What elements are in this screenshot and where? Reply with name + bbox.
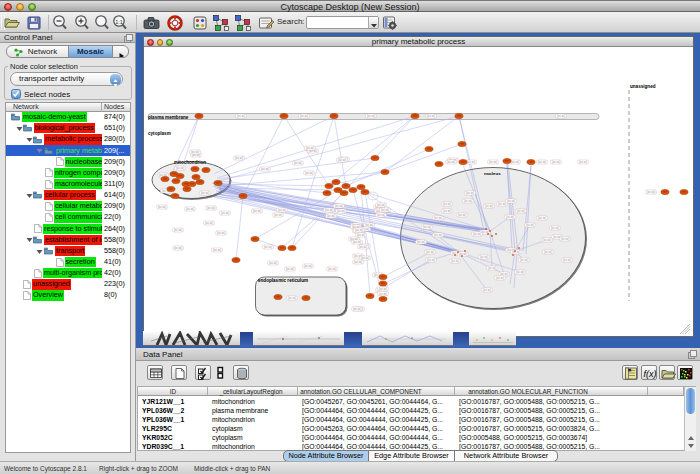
svg-text:(xx xx): (xx xx): [274, 213, 282, 217]
svg-text:(xx xx): (xx xx): [191, 150, 199, 154]
svg-text:(xx xx): (xx xx): [221, 211, 229, 215]
svg-text:(xx xx): (xx xx): [512, 250, 520, 254]
svg-text:(xx xx): (xx xx): [427, 258, 435, 262]
svg-text:(xx xx): (xx xx): [338, 158, 346, 162]
svg-text:mitochondrion: mitochondrion: [174, 160, 206, 165]
svg-text:(xx xx): (xx xx): [485, 204, 493, 208]
svg-text:(xx xx): (xx xx): [300, 114, 308, 118]
svg-text:(xx xx): (xx xx): [538, 160, 546, 164]
svg-text:(xx xx): (xx xx): [286, 267, 294, 271]
svg-text:(xx xx): (xx xx): [213, 248, 221, 252]
svg-text:(xx xx): (xx xx): [235, 156, 243, 160]
svg-text:(xx xx): (xx xx): [489, 160, 497, 164]
svg-text:(xx xx): (xx xx): [427, 114, 435, 118]
svg-text:nucleus: nucleus: [484, 171, 501, 176]
svg-text:(xx xx): (xx xx): [447, 160, 455, 164]
svg-text:(xx xx): (xx xx): [355, 228, 363, 232]
svg-text:(xx xx): (xx xx): [458, 213, 466, 217]
svg-text:(xx xx): (xx xx): [264, 245, 272, 249]
svg-text:(xx xx): (xx xx): [328, 267, 336, 271]
svg-text:(xx xx): (xx xx): [217, 231, 225, 235]
svg-text:(xx xx): (xx xx): [176, 166, 184, 170]
svg-text:(xx xx): (xx xx): [434, 233, 442, 237]
svg-text:(xx xx): (xx xx): [451, 259, 459, 263]
svg-text:(xx xx): (xx xx): [174, 228, 182, 232]
svg-text:(xx xx): (xx xx): [480, 255, 488, 259]
svg-text:(xx xx): (xx xx): [201, 191, 209, 195]
svg-text:(xx xx): (xx xx): [516, 270, 524, 274]
svg-text:(xx xx): (xx xx): [294, 161, 302, 165]
svg-text:(xx xx): (xx xx): [563, 258, 571, 262]
svg-text:(xx xx): (xx xx): [543, 238, 551, 242]
svg-text:(xx xx): (xx xx): [357, 233, 365, 237]
svg-text:(xx xx): (xx xx): [337, 209, 345, 213]
svg-text:(xx xx): (xx xx): [464, 199, 472, 203]
svg-text:(xx xx): (xx xx): [647, 190, 655, 194]
svg-text:(xx xx): (xx xx): [526, 223, 534, 227]
svg-text:(xx xx): (xx xx): [174, 246, 182, 250]
svg-text:(xx xx): (xx xx): [496, 276, 504, 280]
svg-text:cytoplasm: cytoplasm: [148, 131, 171, 136]
svg-text:(xx xx): (xx xx): [353, 307, 361, 311]
svg-text:(xx xx): (xx xx): [305, 171, 313, 175]
svg-text:(xx xx): (xx xx): [325, 208, 333, 212]
svg-text:(xx xx): (xx xx): [498, 202, 506, 206]
svg-text:(xx xx): (xx xx): [261, 167, 269, 171]
svg-text:(xx xx): (xx xx): [443, 209, 451, 213]
svg-text:(xx xx): (xx xx): [237, 114, 245, 118]
svg-text:(xx xx): (xx xx): [158, 205, 166, 209]
svg-text:(xx xx): (xx xx): [443, 202, 451, 206]
svg-text:(xx xx): (xx xx): [186, 207, 194, 211]
svg-text:(xx xx): (xx xx): [552, 160, 560, 164]
svg-text:(xx xx): (xx xx): [367, 114, 375, 118]
svg-text:(xx xx): (xx xx): [483, 288, 491, 292]
svg-text:(xx xx): (xx xx): [335, 204, 343, 208]
svg-text:(xx xx): (xx xx): [507, 199, 515, 203]
svg-text:(xx xx): (xx xx): [579, 160, 587, 164]
svg-text:(xx xx): (xx xx): [381, 208, 389, 212]
svg-text:(xx xx): (xx xx): [377, 213, 385, 217]
svg-text:(xx xx): (xx xx): [269, 261, 277, 265]
svg-text:(xx xx): (xx xx): [423, 225, 431, 229]
svg-text:(xx xx): (xx xx): [278, 208, 286, 212]
svg-text:(xx xx): (xx xx): [327, 214, 335, 218]
svg-text:(xx xx): (xx xx): [467, 160, 475, 164]
svg-text:(xx xx): (xx xx): [473, 232, 481, 236]
svg-text:(xx xx): (xx xx): [306, 146, 314, 150]
svg-text:(xx xx): (xx xx): [459, 252, 467, 256]
svg-text:(xx xx): (xx xx): [506, 215, 514, 219]
svg-text:(xx xx): (xx xx): [520, 258, 528, 262]
svg-text:(xx xx): (xx xx): [377, 203, 385, 207]
svg-text:(xx xx): (xx xx): [466, 191, 474, 195]
svg-text:endoplasmic reticulum: endoplasmic reticulum: [258, 278, 308, 283]
svg-text:(xx xx): (xx xx): [488, 266, 496, 270]
svg-text:f(x): f(x): [644, 369, 657, 379]
svg-text:(xx xx): (xx xx): [561, 237, 569, 241]
svg-text:(xx xx): (xx xx): [551, 226, 559, 230]
svg-text:(xx xx): (xx xx): [304, 264, 312, 268]
svg-text:(xx xx): (xx xx): [379, 292, 387, 296]
svg-text:1:1: 1:1: [115, 19, 123, 25]
svg-text:(xx xx): (xx xx): [361, 256, 369, 260]
svg-text:(xx xx): (xx xx): [544, 250, 552, 254]
svg-text:(xx xx): (xx xx): [253, 209, 261, 213]
svg-text:(xx xx): (xx xx): [205, 221, 213, 225]
svg-text:unassigned: unassigned: [630, 84, 656, 89]
svg-text:(xx xx): (xx xx): [557, 114, 565, 118]
svg-text:(xx xx): (xx xx): [417, 240, 425, 244]
svg-text:(xx xx): (xx xx): [511, 160, 519, 164]
svg-text:(xx xx): (xx xx): [354, 260, 362, 264]
svg-text:(xx xx): (xx xx): [359, 245, 367, 249]
svg-text:(xx xx): (xx xx): [434, 216, 442, 220]
svg-text:(xx xx): (xx xx): [538, 216, 546, 220]
svg-text:(xx xx): (xx xx): [517, 209, 525, 213]
svg-text:(xx xx): (xx xx): [379, 287, 387, 291]
svg-text:(xx xx): (xx xx): [426, 250, 434, 254]
svg-text:(xx xx): (xx xx): [288, 296, 296, 300]
svg-text:plasma membrane: plasma membrane: [148, 115, 189, 120]
svg-text:(xx xx): (xx xx): [207, 206, 215, 210]
svg-text:(xx xx): (xx xx): [353, 240, 361, 244]
